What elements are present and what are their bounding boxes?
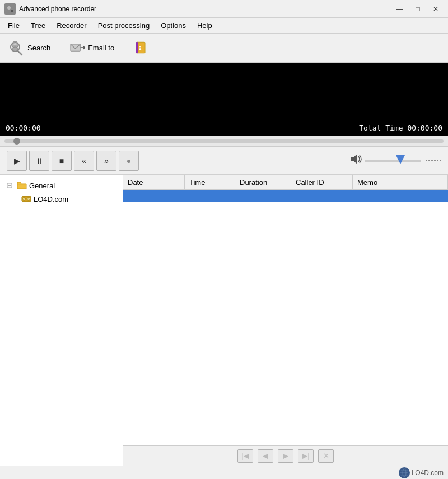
tree-label-general: General <box>29 182 55 190</box>
lo4d-text: LO4D.com <box>412 469 444 477</box>
forward-icon: » <box>104 156 109 165</box>
list-nav: |◀ ◀ ▶ ▶| ✕ <box>123 445 448 466</box>
email-icon <box>70 40 86 56</box>
email-label: Email to <box>88 44 114 52</box>
cell-memo <box>353 190 448 202</box>
search-icon <box>10 40 25 56</box>
cell-callerid <box>291 190 353 202</box>
nav-delete-button[interactable]: ✕ <box>318 449 334 463</box>
seek-bar-container[interactable] <box>0 136 448 147</box>
tree-item-general[interactable]: General <box>2 179 120 192</box>
col-header-duration: Duration <box>235 175 291 189</box>
search-label: Search <box>27 44 50 52</box>
menu-file[interactable]: File <box>2 19 25 32</box>
toolbar-separator-2 <box>124 38 124 58</box>
book-button[interactable]: 2 <box>129 37 155 59</box>
nav-next-icon: ▶ <box>283 452 288 460</box>
nav-last-button[interactable]: ▶| <box>298 449 314 463</box>
play-button[interactable]: ▶ <box>7 151 27 171</box>
menu-bar: File Tree Recorder Post processing Optio… <box>0 18 448 34</box>
seek-bar[interactable] <box>4 139 444 143</box>
col-header-callerid: Caller ID <box>291 175 353 189</box>
list-body <box>123 190 448 445</box>
stop-button[interactable]: ■ <box>52 151 72 171</box>
volume-icon <box>349 152 363 169</box>
tree-label-lo4d: LO4D.com <box>34 195 68 203</box>
player-area: 00:00:00 Total Time 00:00:00 <box>0 63 448 136</box>
cell-duration <box>235 190 291 202</box>
tree-dash-icon <box>13 194 20 204</box>
seek-thumb[interactable] <box>13 138 20 145</box>
folder-icon <box>17 180 27 190</box>
title-bar: Advanced phone recorder — □ ✕ <box>0 0 448 18</box>
close-button[interactable]: ✕ <box>428 3 444 15</box>
svg-rect-2 <box>11 10 13 12</box>
title-text: Advanced phone recorder <box>19 5 392 13</box>
nav-prev-icon: ◀ <box>263 452 268 460</box>
app-icon <box>4 3 16 15</box>
menu-options[interactable]: Options <box>155 19 192 32</box>
nav-prev-button[interactable]: ◀ <box>258 449 273 463</box>
cell-time <box>185 190 235 202</box>
lo4d-logo: LO4D.com <box>399 467 444 478</box>
nav-first-icon: |◀ <box>241 452 249 460</box>
rewind-icon: « <box>82 156 86 165</box>
volume-dots <box>426 160 441 161</box>
svg-point-1 <box>7 6 11 10</box>
list-header: Date Time Duration Caller ID Memo <box>123 175 448 190</box>
menu-postprocessing[interactable]: Post processing <box>92 19 156 32</box>
lo4d-globe-icon <box>399 467 410 478</box>
pause-button[interactable]: ⏸ <box>29 151 49 171</box>
list-panel: Date Time Duration Caller ID Memo |◀ ◀ <box>123 175 448 466</box>
main-content: General LO4D.com Date Time Duration Call… <box>0 175 448 466</box>
transport-controls: ▶ ⏸ ■ « » ● <box>0 147 448 175</box>
status-bar-right: LO4D.com <box>399 467 444 478</box>
volume-track <box>365 160 421 162</box>
svg-text:2: 2 <box>139 45 142 50</box>
tree-panel: General LO4D.com <box>0 175 123 466</box>
record-icon: ● <box>127 156 131 165</box>
maximize-button[interactable]: □ <box>410 3 426 15</box>
menu-help[interactable]: Help <box>192 19 218 32</box>
search-button[interactable]: Search <box>4 37 55 59</box>
volume-area <box>349 152 441 169</box>
svg-rect-14 <box>136 41 138 53</box>
forward-button[interactable]: » <box>96 151 116 171</box>
record-button[interactable]: ● <box>119 151 139 171</box>
stop-icon: ■ <box>59 156 64 165</box>
window-controls: — □ ✕ <box>392 3 444 15</box>
email-button[interactable]: Email to <box>65 37 119 59</box>
rewind-button[interactable]: « <box>74 151 94 171</box>
minimize-button[interactable]: — <box>392 3 408 15</box>
menu-tree[interactable]: Tree <box>25 19 51 32</box>
tree-item-lo4d[interactable]: LO4D.com <box>11 192 120 206</box>
toolbar-separator <box>60 38 60 58</box>
current-time: 00:00:00 <box>6 124 41 132</box>
toolbar: Search Email to 2 <box>0 34 448 63</box>
tree-expand-icon <box>4 180 15 190</box>
volume-slider[interactable] <box>365 155 421 166</box>
status-bar: LO4D.com <box>0 466 448 479</box>
total-time: Total Time 00:00:00 <box>359 124 442 132</box>
svg-marker-15 <box>351 154 357 164</box>
pause-icon: ⏸ <box>35 156 43 165</box>
volume-thumb <box>396 155 405 164</box>
play-icon: ▶ <box>14 156 20 165</box>
nav-delete-icon: ✕ <box>323 452 329 460</box>
nav-first-button[interactable]: |◀ <box>237 449 253 463</box>
nav-last-icon: ▶| <box>302 452 309 460</box>
col-header-memo: Memo <box>353 175 448 189</box>
table-row[interactable] <box>123 190 448 202</box>
book-icon: 2 <box>134 40 150 56</box>
cell-date <box>123 190 185 202</box>
col-header-time: Time <box>185 175 235 189</box>
nav-next-button[interactable]: ▶ <box>278 449 293 463</box>
recording-icon <box>21 194 31 204</box>
col-header-date: Date <box>123 175 185 189</box>
menu-recorder[interactable]: Recorder <box>51 19 92 32</box>
